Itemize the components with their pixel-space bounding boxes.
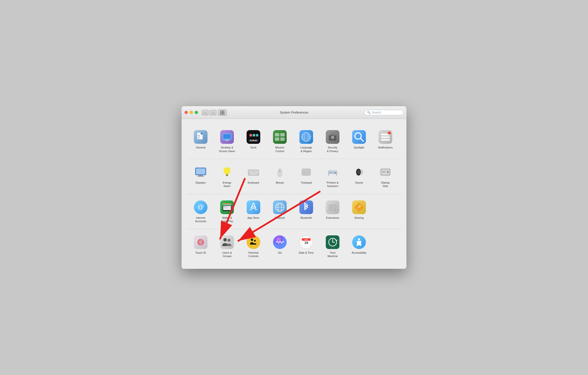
close-button[interactable] <box>185 111 188 114</box>
pref-desktop-screensaver[interactable]: Desktop &Screen Saver <box>214 127 240 155</box>
pref-sharing[interactable]: ↗ Sharing <box>346 198 372 226</box>
pref-touch-id[interactable]: Touch ID <box>187 232 214 260</box>
svg-point-132 <box>358 238 360 240</box>
keyboard-icon <box>246 165 261 179</box>
nav-buttons: ‹ › <box>202 110 217 115</box>
pref-app-store[interactable]: App Store <box>240 198 267 226</box>
search-box[interactable]: 🔍 <box>364 110 403 115</box>
svg-rect-45 <box>198 175 203 176</box>
pref-date-time[interactable]: JUL 18 Date & Time <box>293 232 319 260</box>
svg-rect-94 <box>224 208 229 208</box>
search-icon: 🔍 <box>367 111 371 114</box>
svg-rect-57 <box>254 171 255 172</box>
dock-icon <box>246 130 261 144</box>
pref-internet-accounts[interactable]: @ InternetAccounts <box>187 198 214 226</box>
pref-accessibility[interactable]: Accessibility <box>346 232 372 260</box>
mouse-icon <box>272 165 287 179</box>
trackpad-icon <box>299 165 314 179</box>
svg-rect-114 <box>220 235 234 249</box>
svg-rect-110 <box>194 235 207 249</box>
svg-rect-62 <box>254 172 255 173</box>
svg-rect-18 <box>273 130 287 144</box>
svg-point-82 <box>387 172 388 173</box>
svg-text:File: File <box>198 135 200 136</box>
forward-button[interactable]: › <box>210 110 217 115</box>
section-hardware: Displays <box>187 159 401 194</box>
grid-icon <box>220 111 224 115</box>
svg-rect-44 <box>196 168 205 174</box>
trackpad-label: Trackpad <box>301 181 312 184</box>
svg-rect-35 <box>352 130 366 144</box>
energy-saver-icon <box>220 165 234 179</box>
pref-mouse[interactable]: Mouse <box>267 162 293 190</box>
siri-label: Siri <box>278 251 282 254</box>
bluetooth-label: Bluetooth <box>301 216 312 219</box>
language-region-icon <box>299 130 314 144</box>
section-personal: File New One General <box>187 124 401 159</box>
printers-scanners-icon <box>325 165 340 179</box>
traffic-lights <box>185 111 198 114</box>
internet-accounts-label: InternetAccounts <box>195 216 206 223</box>
touch-id-label: Touch ID <box>195 251 206 254</box>
svg-rect-16 <box>252 140 254 141</box>
pref-general[interactable]: File New One General <box>187 127 214 155</box>
pref-sound[interactable]: Sound <box>346 162 372 190</box>
svg-rect-8 <box>223 134 231 139</box>
pref-network[interactable]: Network <box>267 198 293 226</box>
maximize-button[interactable] <box>195 111 198 114</box>
bluetooth-icon <box>299 200 314 215</box>
pref-users-groups[interactable]: Users &Groups <box>214 232 240 260</box>
svg-rect-12 <box>250 134 252 136</box>
pref-parental-controls[interactable]: ParentalControls <box>240 232 267 260</box>
pref-dock[interactable]: Dock <box>240 127 267 155</box>
desktop-screensaver-label: Desktop &Screen Saver <box>219 146 235 153</box>
back-button[interactable]: ‹ <box>202 110 209 115</box>
svg-rect-22 <box>280 137 285 141</box>
sound-icon <box>352 165 366 179</box>
svg-rect-60 <box>251 172 252 173</box>
titlebar: ‹ › System Preferences 🔍 <box>182 106 406 119</box>
startup-disk-icon <box>378 165 393 179</box>
pref-bluetooth[interactable]: Bluetooth <box>293 198 319 226</box>
pref-trackpad[interactable]: Trackpad <box>293 162 319 190</box>
pref-spotlight[interactable]: Spotlight <box>346 127 372 155</box>
pref-displays[interactable]: Displays <box>187 162 214 190</box>
app-store-icon <box>246 200 261 215</box>
svg-rect-58 <box>256 171 258 172</box>
svg-point-78 <box>358 172 359 173</box>
pref-startup-disk[interactable]: StartupDisk <box>372 162 399 190</box>
siri-icon <box>272 235 287 250</box>
svg-point-120 <box>273 235 287 249</box>
security-privacy-icon <box>325 130 340 144</box>
network-label: Network <box>275 216 285 219</box>
svg-text:One: One <box>198 138 200 139</box>
minimize-button[interactable] <box>190 111 193 114</box>
date-time-label: Date & Time <box>299 251 314 254</box>
pref-siri[interactable]: Siri <box>267 232 293 260</box>
search-input[interactable] <box>372 111 401 114</box>
svg-rect-49 <box>226 175 228 176</box>
svg-rect-46 <box>197 176 204 177</box>
spotlight-label: Spotlight <box>354 146 364 149</box>
svg-rect-34 <box>332 137 333 139</box>
pref-notifications[interactable]: Notifications <box>372 127 399 155</box>
svg-point-119 <box>254 240 256 242</box>
svg-rect-54 <box>249 171 250 172</box>
svg-text:@: @ <box>197 203 204 210</box>
pref-language-region[interactable]: Language& Region <box>293 127 319 155</box>
pref-energy-saver[interactable]: EnergySaver <box>214 162 240 190</box>
show-all-button[interactable] <box>218 109 227 116</box>
svg-point-118 <box>251 239 253 241</box>
pref-keyboard[interactable]: Keyboard <box>240 162 267 190</box>
pref-extensions[interactable]: Extensions <box>319 198 346 226</box>
pref-time-machine[interactable]: TimeMachine <box>319 232 346 260</box>
pref-security-privacy[interactable]: Security& Privacy <box>319 127 346 155</box>
svg-rect-95 <box>247 200 260 214</box>
pref-printers-scanners[interactable]: Printers &Scanners <box>319 162 346 190</box>
notifications-icon <box>378 130 393 144</box>
pref-mission-control[interactable]: MissionControl <box>267 127 293 155</box>
energy-saver-label: EnergySaver <box>223 181 231 188</box>
pref-wallet-applepay[interactable]: Wallet &Apple Pay <box>214 198 240 226</box>
svg-point-117 <box>247 235 260 249</box>
svg-rect-67 <box>302 169 311 176</box>
